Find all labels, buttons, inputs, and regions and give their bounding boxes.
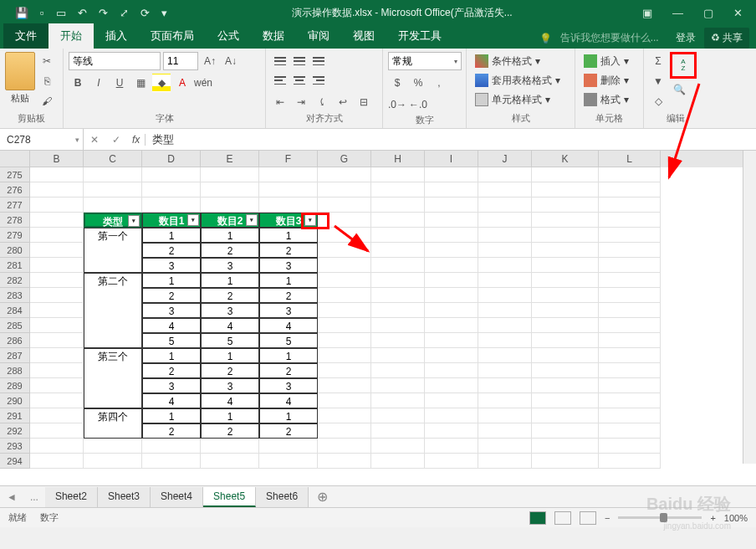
row-header-294[interactable]: 294 [0, 454, 30, 469]
cell[interactable] [318, 454, 371, 469]
cell[interactable] [30, 423, 84, 439]
table-cell[interactable]: 3 [259, 258, 318, 273]
cell[interactable] [532, 167, 599, 182]
cell[interactable] [371, 393, 425, 408]
zoom-out-icon[interactable]: − [605, 513, 610, 523]
cell[interactable] [599, 273, 661, 288]
table-cell[interactable] [84, 288, 142, 303]
fill-icon[interactable]: ▼ [649, 72, 667, 90]
table-cell[interactable]: 4 [259, 318, 318, 333]
cell[interactable] [599, 213, 661, 228]
cell[interactable] [425, 318, 478, 333]
format-as-table-button[interactable]: 套用表格格式 ▾ [472, 71, 564, 90]
cell[interactable] [425, 228, 478, 243]
cell[interactable] [259, 198, 318, 213]
cell[interactable]: 数目2▾ [201, 213, 259, 228]
currency-icon[interactable]: $ [388, 74, 406, 92]
underline-button[interactable]: U [110, 74, 129, 92]
cell[interactable] [371, 303, 425, 318]
border-button[interactable]: ▦ [131, 74, 150, 92]
align-top-icon[interactable] [271, 52, 289, 70]
fx-icon[interactable]: fx [127, 134, 146, 146]
cell[interactable] [30, 408, 84, 423]
redo-icon[interactable]: ↷ [99, 7, 108, 19]
table-cell[interactable] [84, 393, 142, 408]
confirm-formula-icon[interactable]: ✓ [105, 134, 127, 146]
cell[interactable] [532, 348, 599, 363]
cell[interactable] [478, 408, 532, 423]
cell[interactable] [425, 258, 478, 273]
cell[interactable] [318, 258, 371, 273]
table-cell[interactable] [84, 363, 142, 378]
touch-icon[interactable]: ⤢ [120, 7, 129, 19]
cell[interactable] [425, 423, 478, 439]
table-cell[interactable]: 1 [201, 408, 259, 423]
cell[interactable] [318, 348, 371, 363]
cell[interactable] [599, 288, 661, 303]
cell[interactable] [532, 393, 599, 408]
close-icon[interactable]: ✕ [728, 3, 748, 23]
cell[interactable] [30, 303, 84, 318]
cell[interactable] [371, 378, 425, 393]
table-cell[interactable] [84, 378, 142, 393]
row-header-289[interactable]: 289 [0, 378, 30, 393]
table-cell[interactable]: 4 [201, 393, 259, 408]
add-sheet-button[interactable]: ⊕ [309, 489, 336, 505]
cell[interactable] [259, 439, 318, 454]
cell[interactable] [599, 167, 661, 182]
cell[interactable] [318, 333, 371, 348]
cell[interactable] [532, 378, 599, 393]
table-cell[interactable] [84, 318, 142, 333]
cell[interactable] [371, 333, 425, 348]
cell[interactable] [532, 363, 599, 378]
cell[interactable] [30, 348, 84, 363]
cell[interactable] [599, 423, 661, 439]
cell[interactable] [371, 182, 425, 198]
cell[interactable] [425, 454, 478, 469]
cell[interactable] [371, 288, 425, 303]
cut-icon[interactable]: ✂ [38, 52, 56, 70]
col-header-D[interactable]: D [142, 151, 201, 167]
zoom-slider[interactable] [618, 516, 702, 519]
cell[interactable] [318, 439, 371, 454]
cell[interactable] [318, 318, 371, 333]
clear-icon[interactable]: ◇ [649, 92, 667, 110]
tab-dev[interactable]: 开发工具 [386, 23, 453, 49]
cell[interactable] [30, 363, 84, 378]
table-cell[interactable]: 1 [259, 273, 318, 288]
table-cell[interactable]: 1 [142, 348, 201, 363]
cell[interactable] [371, 198, 425, 213]
cell[interactable]: 数目1▾ [142, 213, 201, 228]
copy-icon[interactable]: ⎘ [38, 72, 56, 90]
cell[interactable] [318, 288, 371, 303]
table-cell[interactable]: 第三个 [84, 348, 142, 363]
table-cell[interactable]: 3 [259, 303, 318, 318]
page-break-view-icon[interactable] [580, 511, 596, 525]
decrease-font-icon[interactable]: A↓ [222, 52, 240, 70]
format-cells-button[interactable]: 格式 ▾ [580, 90, 632, 109]
row-header-279[interactable]: 279 [0, 228, 30, 243]
cell[interactable] [84, 182, 142, 198]
sheet-nav-prev-icon[interactable]: ◄ [0, 491, 23, 503]
cell[interactable] [599, 348, 661, 363]
cell[interactable] [318, 378, 371, 393]
cell[interactable] [478, 333, 532, 348]
cell[interactable] [478, 454, 532, 469]
row-header-285[interactable]: 285 [0, 318, 30, 333]
phonetic-button[interactable]: wén [194, 74, 212, 92]
cell[interactable] [532, 423, 599, 439]
cell[interactable] [142, 198, 201, 213]
page-layout-view-icon[interactable] [554, 511, 571, 525]
row-header-283[interactable]: 283 [0, 288, 30, 303]
cell[interactable] [201, 198, 259, 213]
table-cell[interactable]: 2 [201, 288, 259, 303]
find-select-icon[interactable]: 🔍 [670, 80, 688, 99]
save-icon[interactable]: 💾 [15, 7, 28, 19]
sheet-tab-Sheet2[interactable]: Sheet2 [45, 487, 98, 507]
cell[interactable] [599, 393, 661, 408]
login-label[interactable]: 登录 [676, 31, 696, 45]
cell[interactable] [478, 228, 532, 243]
cell[interactable] [30, 258, 84, 273]
table-cell[interactable]: 1 [201, 273, 259, 288]
tab-view[interactable]: 视图 [341, 23, 386, 49]
